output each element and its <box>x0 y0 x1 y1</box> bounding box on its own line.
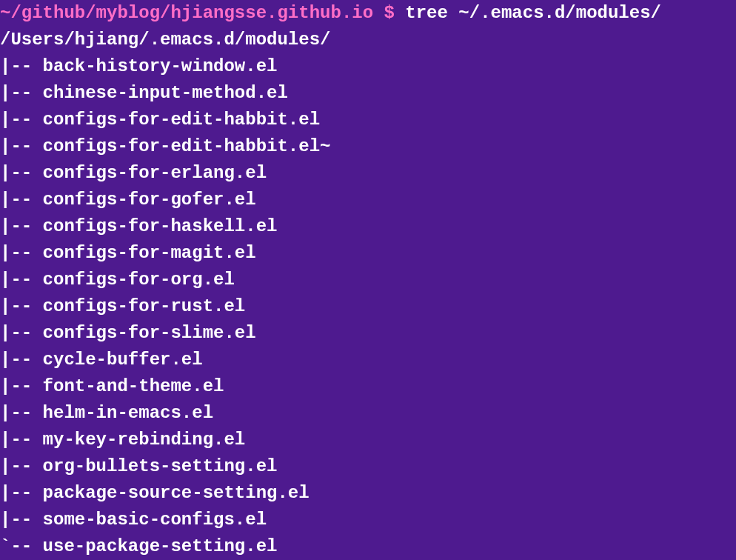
tree-file-name: font-and-theme.el <box>43 376 224 396</box>
tree-branch-icon: |-- <box>0 456 43 476</box>
tree-file-name: configs-for-rust.el <box>43 296 246 316</box>
tree-file-name: configs-for-org.el <box>43 270 235 290</box>
prompt-dollar: $ <box>373 3 405 23</box>
tree-file-name: configs-for-haskell.el <box>43 216 278 236</box>
tree-branch-icon: |-- <box>0 270 43 290</box>
tree-branch-icon: |-- <box>0 190 43 210</box>
tree-branch-icon: `-- <box>0 536 43 556</box>
tree-file-name: org-bullets-setting.el <box>43 456 278 476</box>
tree-branch-icon: |-- <box>0 510 43 530</box>
tree-root: /Users/hjiang/.emacs.d/modules/ <box>0 30 330 50</box>
prompt-path: ~/github/myblog/hjiangsse.github.io <box>0 3 373 23</box>
tree-branch-icon: |-- <box>0 136 43 156</box>
tree-file-name: configs-for-edit-habbit.el~ <box>43 136 331 156</box>
tree-branch-icon: |-- <box>0 83 43 103</box>
tree-branch-icon: |-- <box>0 323 43 343</box>
tree-file-name: some-basic-configs.el <box>43 510 267 530</box>
tree-file-name: configs-for-erlang.el <box>43 163 267 183</box>
tree-branch-icon: |-- <box>0 296 43 316</box>
tree-branch-icon: |-- <box>0 56 43 76</box>
tree-branch-icon: |-- <box>0 350 43 370</box>
tree-branch-icon: |-- <box>0 163 43 183</box>
tree-file-name: use-package-setting.el <box>43 536 278 556</box>
tree-file-name: cycle-buffer.el <box>43 350 203 370</box>
tree-branch-icon: |-- <box>0 376 43 396</box>
tree-file-name: my-key-rebinding.el <box>43 430 246 450</box>
tree-file-list: |-- back-history-window.el |-- chinese-i… <box>0 53 736 560</box>
tree-branch-icon: |-- <box>0 110 43 130</box>
tree-branch-icon: |-- <box>0 430 43 450</box>
tree-file-name: configs-for-magit.el <box>43 243 256 263</box>
tree-file-name: configs-for-edit-habbit.el <box>43 110 320 130</box>
tree-branch-icon: |-- <box>0 243 43 263</box>
tree-file-name: package-source-setting.el <box>43 483 310 503</box>
tree-branch-icon: |-- <box>0 216 43 236</box>
command-text[interactable]: tree ~/.emacs.d/modules/ <box>405 3 661 23</box>
tree-file-name: chinese-input-method.el <box>43 83 288 103</box>
tree-file-name: back-history-window.el <box>43 56 278 76</box>
tree-branch-icon: |-- <box>0 483 43 503</box>
tree-branch-icon: |-- <box>0 403 43 423</box>
tree-file-name: configs-for-gofer.el <box>43 190 256 210</box>
tree-file-name: helm-in-emacs.el <box>43 403 213 423</box>
tree-file-name: configs-for-slime.el <box>43 323 256 343</box>
terminal-output: ~/github/myblog/hjiangsse.github.io $ tr… <box>0 0 736 560</box>
